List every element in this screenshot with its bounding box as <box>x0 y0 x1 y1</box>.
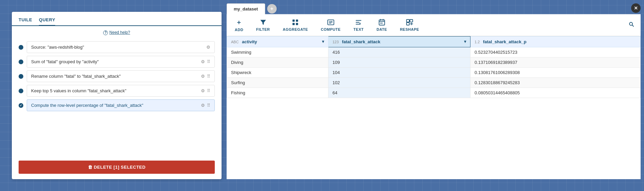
data-table-container: ABC activity ▾ 123 fatal_shark_attack ▾ … <box>227 36 641 179</box>
aggregate-button[interactable]: AGGREGATE <box>278 17 313 33</box>
table-cell: 64 <box>328 88 470 98</box>
right-panel: my_dataset + ＋ ADD FILTER AGGREGATE <box>227 3 641 179</box>
tab-tuile[interactable]: TUILE <box>19 17 32 25</box>
aggregate-label: AGGREGATE <box>283 27 308 31</box>
step-icons-2: ⚙ ⠿ <box>201 59 210 64</box>
list-item: Source: "aws-redshift-blog" ⚙ <box>19 41 215 53</box>
table-cell: 416 <box>328 47 470 57</box>
step-label-1: Source: "aws-redshift-blog" <box>31 45 84 50</box>
step-dot-2 <box>19 59 23 64</box>
svg-rect-1 <box>296 20 298 22</box>
svg-rect-11 <box>407 23 409 25</box>
chevron-down-icon: ▾ <box>322 39 324 44</box>
drag-icon-2[interactable]: ⠿ <box>207 59 210 64</box>
tab-query[interactable]: QUERY <box>39 17 55 26</box>
col-name-percent: fatal_shark_attack_p <box>483 39 527 44</box>
step-label-3: Rename column "fatal" to "fatal_shark_at… <box>31 74 121 79</box>
table-row: Surfing1020.12830188679245283 <box>227 78 641 88</box>
step-dot-5 <box>19 103 23 108</box>
data-table: ABC activity ▾ 123 fatal_shark_attack ▾ … <box>227 36 641 98</box>
filter-label: FILTER <box>256 27 270 31</box>
drag-icon-4[interactable]: ⠿ <box>207 88 210 93</box>
settings-icon-5[interactable]: ⚙ <box>201 103 205 108</box>
table-cell: 109 <box>328 57 470 68</box>
left-panel: TUILE QUERY ?Need help? Source: "aws-red… <box>12 12 222 179</box>
svg-rect-0 <box>293 20 295 22</box>
drag-icon-5[interactable]: ⠿ <box>207 103 210 108</box>
step-icons-3: ⚙ ⠿ <box>201 74 210 79</box>
col-name-fatal: fatal_shark_attack <box>342 39 380 44</box>
list-item: Compute the row-level percentage of "fat… <box>19 99 215 111</box>
filter-button[interactable]: FILTER <box>251 17 275 33</box>
svg-rect-6 <box>379 20 385 25</box>
drag-icon-3[interactable]: ⠿ <box>207 74 210 79</box>
list-item: Rename column "fatal" to "fatal_shark_at… <box>19 70 215 82</box>
add-label: ADD <box>235 28 243 32</box>
filter-icon <box>259 19 267 26</box>
close-button[interactable]: ✕ <box>631 3 641 13</box>
dataset-tab-label: my_dataset <box>234 6 258 11</box>
list-item: Keep top 5 values in column "fatal_shark… <box>19 85 215 97</box>
dataset-tab[interactable]: my_dataset <box>227 3 265 14</box>
step-dot-3 <box>19 74 23 79</box>
help-icon: ? <box>103 30 108 35</box>
delete-selected-button[interactable]: 🗑 DELETE [1] SELECTED <box>19 161 215 174</box>
steps-list: Source: "aws-redshift-blog" ⚙ Sum of "fa… <box>12 39 222 157</box>
date-label: DATE <box>376 27 387 31</box>
table-cell: 0.1308176100628930​8 <box>470 68 641 78</box>
step-label-4: Keep top 5 values in column "fatal_shark… <box>31 88 127 93</box>
step-box-5[interactable]: Compute the row-level percentage of "fat… <box>27 99 215 111</box>
add-tab-button[interactable]: + <box>267 4 277 14</box>
date-icon <box>378 19 386 26</box>
table-cell: 104 <box>328 68 470 78</box>
svg-rect-3 <box>296 23 298 25</box>
svg-rect-9 <box>407 20 409 22</box>
settings-icon-3[interactable]: ⚙ <box>201 74 205 79</box>
settings-icon-4[interactable]: ⚙ <box>201 88 205 93</box>
help-link[interactable]: ?Need help? <box>12 26 222 39</box>
table-cell: 102 <box>328 78 470 88</box>
table-cell: 0.08050314465408805 <box>470 88 641 98</box>
table-cell: Surfing <box>227 78 328 88</box>
table-cell: Swimming <box>227 47 328 57</box>
search-button[interactable] <box>626 20 637 30</box>
settings-icon-1[interactable]: ⚙ <box>206 45 210 50</box>
list-item: Sum of "fatal" grouped by "activity" ⚙ ⠿ <box>19 56 215 68</box>
table-row: Fishing640.08050314465408805 <box>227 88 641 98</box>
col-name-activity: activity <box>242 39 257 44</box>
table-row: Swimming4160.5232704402515723 <box>227 47 641 57</box>
step-box-1[interactable]: Source: "aws-redshift-blog" ⚙ <box>27 41 215 53</box>
step-icons-4: ⚙ ⠿ <box>201 88 210 93</box>
step-box-3[interactable]: Rename column "fatal" to "fatal_shark_at… <box>27 70 215 82</box>
table-row: Diving1090.1371069182389937 <box>227 57 641 68</box>
step-icons-1: ⚙ <box>206 45 210 50</box>
reshape-icon <box>406 19 413 26</box>
col-type-activity: ABC <box>231 40 239 44</box>
tab-bar: TUILE QUERY <box>12 12 222 26</box>
reshape-label: RESHAPE <box>400 27 419 31</box>
step-box-4[interactable]: Keep top 5 values in column "fatal_shark… <box>27 85 215 97</box>
reshape-button[interactable]: RESHAPE <box>395 17 424 33</box>
table-cell: 0.12830188679245283 <box>470 78 641 88</box>
date-button[interactable]: DATE <box>372 17 392 33</box>
step-dot-1 <box>19 45 23 50</box>
col-header-percent[interactable]: 1.2 fatal_shark_attack_p <box>470 37 641 47</box>
step-dot-4 <box>19 89 23 93</box>
text-icon: A <box>355 19 362 26</box>
svg-rect-2 <box>293 23 295 25</box>
compute-label: COMPUTE <box>321 27 341 31</box>
settings-icon-2[interactable]: ⚙ <box>201 59 205 64</box>
table-cell: Fishing <box>227 88 328 98</box>
step-icons-5: ⚙ ⠿ <box>201 103 210 108</box>
chevron-down-icon-2: ▾ <box>464 39 466 44</box>
step-box-2[interactable]: Sum of "fatal" grouped by "activity" ⚙ ⠿ <box>27 56 215 68</box>
compute-button[interactable]: COMPUTE <box>316 17 346 33</box>
col-header-fatal[interactable]: 123 fatal_shark_attack ▾ <box>328 37 470 47</box>
col-header-activity[interactable]: ABC activity ▾ <box>227 37 328 47</box>
add-button[interactable]: ＋ ADD <box>230 16 248 34</box>
table-cell: Diving <box>227 57 328 68</box>
table-row: Shipwreck1040.1308176100628930​8 <box>227 68 641 78</box>
plus-icon: ＋ <box>236 18 242 26</box>
text-button[interactable]: A TEXT <box>349 17 368 33</box>
tab-row: my_dataset + <box>227 3 641 14</box>
